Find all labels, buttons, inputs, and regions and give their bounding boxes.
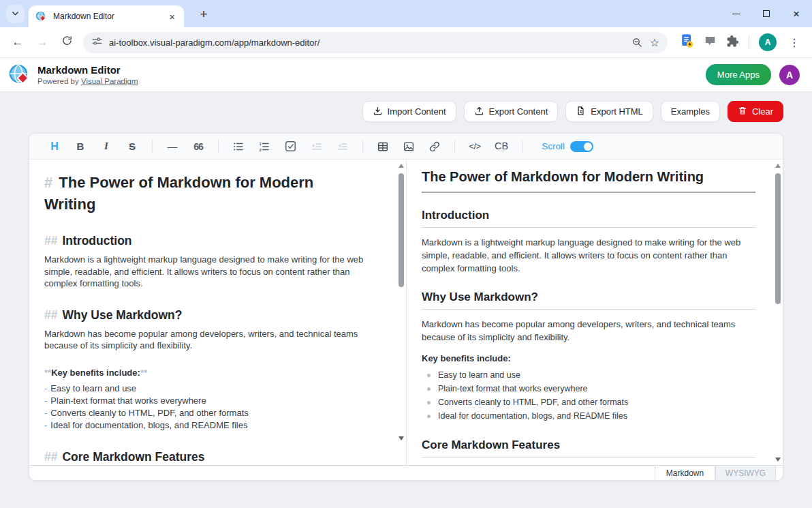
scroll-up-arrow[interactable] (399, 164, 404, 168)
preview-scrollbar[interactable] (773, 160, 783, 465)
browser-tab[interactable]: Markdown Editor × (29, 5, 184, 27)
source-list-item: -Ideal for documentation, blogs, and REA… (44, 419, 379, 432)
strikethrough-button[interactable]: S (126, 141, 138, 151)
toolbar-divider (152, 140, 153, 153)
more-apps-button[interactable]: More Apps (706, 64, 771, 85)
minimize-button[interactable] (732, 9, 741, 18)
scrollbar-thumb[interactable] (399, 173, 404, 287)
list-item: Easy to learn and use (438, 369, 755, 382)
preview-benefits-label: Key benefits include: (422, 353, 755, 363)
preview-h2-core: Core Markdown Features (422, 438, 755, 458)
bullet-list-button[interactable] (232, 140, 245, 153)
editor-mode-tab-strip: Markdown WYSIWYG (29, 465, 783, 481)
source-h1-text: The Power of Markdown for Modern Writing (44, 174, 313, 213)
heading-button[interactable]: H (48, 141, 61, 152)
scroll-down-arrow[interactable] (775, 458, 781, 462)
tab-markdown[interactable]: Markdown (655, 466, 715, 481)
forward-button[interactable]: → (30, 35, 54, 49)
markdown-editor-card: H B I S — 66 12 (29, 133, 783, 481)
import-content-label: Import Content (388, 106, 446, 117)
toolbar-divider (522, 140, 522, 153)
source-bold-line: **Key benefits include:** (44, 367, 379, 379)
italic-button[interactable]: I (100, 141, 112, 151)
reload-button[interactable] (54, 35, 79, 50)
preview-intro-paragraph: Markdown is a lightweight markup languag… (422, 236, 755, 275)
maximize-button[interactable] (762, 9, 771, 18)
browser-extension-icons: A ⋮ (680, 33, 802, 51)
window-close-button[interactable]: × (792, 9, 801, 18)
preview-h2-introduction: Introduction (422, 208, 755, 228)
link-button[interactable] (428, 140, 441, 153)
minimize-icon (732, 14, 740, 14)
h2-marker: ## (44, 234, 57, 248)
browser-tab-bar: Markdown Editor × + × (0, 0, 812, 27)
image-button[interactable] (403, 140, 415, 153)
task-list-button[interactable] (284, 140, 297, 153)
indent-button[interactable] (311, 140, 323, 153)
source-intro-paragraph: Markdown is a lightweight markup languag… (44, 254, 379, 290)
list-marker: - (44, 383, 47, 393)
extensions-puzzle-icon[interactable] (726, 35, 739, 50)
site-settings-icon[interactable] (91, 35, 103, 50)
comment-bubble-icon[interactable] (704, 35, 717, 50)
source-benefit-list: -Easy to learn and use -Plain-text forma… (44, 383, 379, 432)
scroll-down-arrow[interactable] (399, 436, 404, 440)
scrollbar-thumb[interactable] (775, 173, 781, 304)
ordered-list-button[interactable]: 12 (258, 140, 270, 153)
app-title-block: Markdown Editor Powered by Visual Paradi… (37, 64, 138, 85)
zoom-icon[interactable] (631, 37, 643, 48)
table-button[interactable] (377, 140, 389, 153)
horizontal-rule-button[interactable]: — (166, 141, 178, 151)
visual-paradigm-link[interactable]: Visual Paradigm (81, 77, 138, 85)
url-text: ai-toolbox.visual-paradigm.com/app/markd… (109, 38, 625, 48)
account-avatar[interactable]: A (779, 65, 800, 85)
inline-code-button[interactable]: </> (469, 142, 481, 151)
h1-marker: # (44, 174, 52, 191)
editor-scrollbar[interactable] (396, 160, 406, 465)
app-header: Markdown Editor Powered by Visual Paradi… (0, 58, 812, 92)
docs-offline-icon[interactable] (680, 33, 694, 51)
browser-menu-icon[interactable]: ⋮ (786, 36, 802, 49)
window-controls: × (732, 0, 801, 27)
address-bar[interactable]: ai-toolbox.visual-paradigm.com/app/markd… (83, 32, 668, 53)
export-content-button[interactable]: Export Content (464, 101, 559, 122)
export-html-button[interactable]: Export HTML (565, 101, 653, 122)
browser-profile-avatar[interactable]: A (759, 33, 777, 51)
import-content-button[interactable]: Import Content (362, 101, 456, 122)
source-why-heading-text: Why Use Markdown? (62, 308, 182, 322)
close-icon: × (793, 8, 800, 20)
new-tab-button[interactable]: + (195, 5, 213, 23)
preview-content: The Power of Markdown for Modern Writing… (407, 160, 783, 465)
clear-button[interactable]: Clear (728, 101, 783, 122)
bold-marker: ** (44, 368, 51, 378)
code-block-button[interactable]: CB (495, 141, 508, 151)
bold-button[interactable]: B (74, 141, 87, 151)
toolbar-divider (218, 140, 219, 153)
scroll-sync-toggle[interactable]: Scroll (542, 141, 593, 152)
source-list-item-text: Plain-text format that works everywhere (50, 395, 206, 406)
formatting-toolbar: H B I S — 66 12 (29, 134, 783, 160)
preview-benefit-list: Easy to learn and use Plain-text format … (438, 369, 755, 423)
tab-wysiwyg[interactable]: WYSIWYG (715, 466, 776, 481)
blockquote-button[interactable]: 66 (192, 142, 204, 151)
scroll-up-arrow[interactable] (775, 164, 781, 168)
chevron-down-icon (11, 8, 20, 20)
action-button-row: Import Content Export Content Export HTM… (0, 92, 812, 122)
tab-title: Markdown Editor (53, 12, 167, 21)
preview-h2-why: Why Use Markdown? (422, 290, 755, 310)
tab-search-button[interactable] (6, 5, 25, 23)
source-h2-core: ##Core Markdown Features (44, 449, 379, 465)
svg-text:1: 1 (260, 141, 262, 145)
bookmark-star-icon[interactable]: ☆ (650, 36, 659, 49)
list-item: Converts cleanly to HTML, PDF, and other… (438, 396, 755, 409)
markdown-source-pane[interactable]: #The Power of Markdown for Modern Writin… (29, 160, 406, 465)
download-icon (373, 106, 383, 118)
source-why-paragraph: Markdown has become popular among develo… (44, 328, 379, 352)
toolbar-divider (362, 140, 363, 153)
tab-close-icon[interactable]: × (167, 12, 177, 22)
toggle-switch-on[interactable] (570, 141, 593, 152)
markdown-source-content: #The Power of Markdown for Modern Writin… (29, 160, 406, 465)
examples-button[interactable]: Examples (661, 101, 720, 122)
back-button[interactable]: ← (5, 35, 30, 49)
outdent-button[interactable] (337, 140, 349, 153)
